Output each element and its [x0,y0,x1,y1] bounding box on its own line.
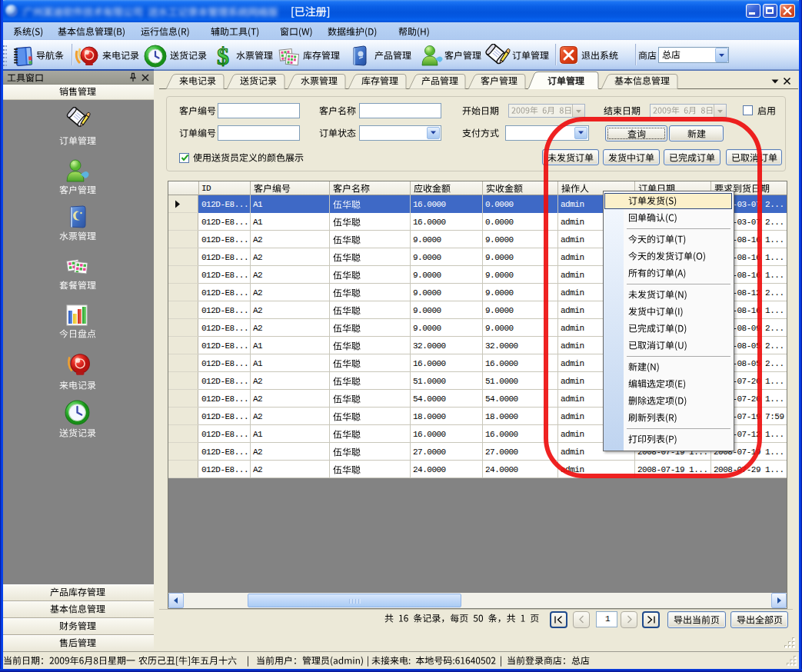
svg-text:$: $ [217,44,229,68]
